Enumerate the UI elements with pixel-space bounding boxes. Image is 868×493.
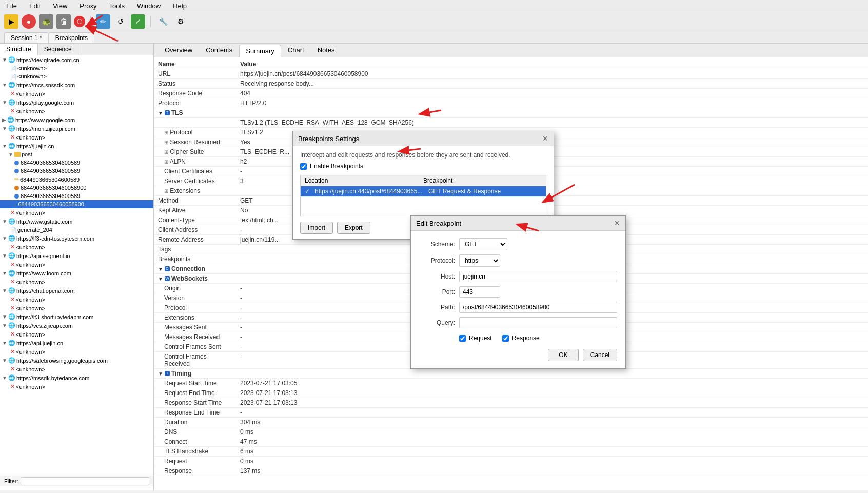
tree-item-gstatic-204[interactable]: 📄 generate_204 [0,226,153,234]
value-remote-address: juejin.cn/119... [236,235,868,245]
tab-notes[interactable]: Notes [311,44,342,57]
row-ws-control-received: Control Frames Received - [154,352,868,369]
tree-item-google-play[interactable]: ▼ 🌐 https://play.google.com [0,98,153,107]
value-request-time: 0 ms [236,457,868,466]
tree-item-api-juejin-c1[interactable]: ✕ <unknown> [0,347,153,356]
tree-item-mssdk-c1[interactable]: ✕ <unknown> [0,382,153,391]
menu-view[interactable]: View [51,1,69,11]
tree-item-snssdk-c1[interactable]: ✕ <unknown> [0,89,153,98]
tree-item-juejin-post-5[interactable]: 6844903665304600589 [0,192,153,200]
row-response-end: Response End Time - [154,408,868,418]
session-tab-1[interactable]: Session 1 * [4,32,49,43]
tree-item-openai[interactable]: ▼ 🌐 https://chat.openai.com [0,286,153,295]
tree-item-www-google[interactable]: ▶ 🌐 https://www.google.com [0,115,153,124]
tree-item-qtrade-c1[interactable]: 📄 <unknown> [0,64,153,72]
value-ws-origin: - [236,284,868,293]
row-client-address: Client Address - [154,225,868,235]
label-tls-blank [154,118,236,128]
tree-item-juejin-post[interactable]: ▼ post [0,150,153,159]
label-ws-extensions: Extensions [154,313,236,323]
menu-window[interactable]: Window [135,1,163,11]
value-ws-extensions: - [236,313,868,323]
repeat-button[interactable]: ↺ [113,14,128,29]
value-request-end: 2023-07-21 17:03:13 [236,388,868,398]
row-response-time: Response 137 ms [154,466,868,476]
header-row: Name Value [154,60,868,69]
tree-item-juejin-post-3[interactable]: ✏ 6844903665304600589 [0,175,153,184]
row-client-certs: Client Certificates - [154,167,868,176]
settings-button[interactable]: ⚙ [173,14,188,29]
row-ws-version: Version - [154,293,868,303]
timing-expand-icon[interactable]: ▼ [158,371,163,377]
tree-item-segment[interactable]: ▼ 🌐 https://api.segment.io [0,251,153,260]
tree-item-loom[interactable]: ▼ 🌐 https://www.loom.com [0,269,153,278]
tree-item-mssdk[interactable]: ▼ 🌐 https://mssdk.bytedance.com [0,373,153,382]
record-button[interactable]: ● [22,14,36,29]
tree-item-safebrowsing[interactable]: ▼ 🌐 https://safebrowsing.googleapis.com [0,356,153,365]
tab-overview[interactable]: Overview [158,44,199,57]
tree-item-vcs-c1[interactable]: ✕ <unknown> [0,330,153,339]
tree-item-api-juejin[interactable]: ▼ 🌐 https://api.juejin.cn [0,339,153,347]
menu-help[interactable]: Help [171,1,189,11]
start-button[interactable]: ▶ [4,14,18,29]
value-kept-alive: No [236,206,868,215]
tree-item-juejin-post-6[interactable]: ↓ 684490366530460058900 [0,200,153,208]
breakpoints-button[interactable]: ⬡ [74,16,85,27]
clear-button[interactable]: 🗑 [56,14,71,29]
col-name-header: Name [154,60,236,69]
tree-item-google-play-c1[interactable]: ✕ <unknown> [0,107,153,115]
ws-section-label: WebSockets [171,275,208,282]
cipher-suite-icon: ⊞ [164,149,168,155]
menu-proxy[interactable]: Proxy [77,1,98,11]
tab-summary[interactable]: Summary [239,45,281,57]
filter-input[interactable] [21,477,150,485]
throttle-button[interactable]: 🐢 [39,14,53,29]
value-response-time: 137 ms [236,466,868,476]
tree-item-bytescm-c1[interactable]: ✕ <unknown> [0,243,153,251]
row-ws-messages-sent: Messages Sent - [154,323,868,332]
tree-item-juejin-post-2[interactable]: 6844903665304600589 [0,167,153,175]
value-ws-control-sent: - [236,342,868,352]
tree-item-gstatic[interactable]: ▼ 🌐 http://www.gstatic.com [0,217,153,226]
session-tab-breakpoints[interactable]: Breakpoints [49,32,94,43]
tree-item-vcs-zijieapi[interactable]: ▼ 🌐 https://vcs.zijieapi.com [0,321,153,330]
validate-button[interactable]: ✓ [131,14,145,29]
tree-item-juejin-unknown[interactable]: ✕ <unknown> [0,208,153,217]
sidebar-tab-sequence[interactable]: Sequence [38,44,78,55]
tab-contents[interactable]: Contents [199,44,239,57]
row-response-code: Response Code 404 [154,89,868,98]
tree-item-openai-c2[interactable]: ✕ <unknown> [0,304,153,312]
label-content-type: Content-Type [154,215,236,225]
tree-item-zijieapi-c1[interactable]: ✕ <unknown> [0,133,153,142]
tls-protocol-icon: ⊞ [164,130,168,135]
row-server-certs: Server Certificates 3 [154,176,868,186]
tab-chart[interactable]: Chart [281,44,311,57]
sidebar-tab-structure[interactable]: Structure [0,44,38,55]
menu-file[interactable]: File [4,1,19,11]
tree-item-snssdk[interactable]: ▼ 🌐 https://mcs.snssdk.com [0,81,153,89]
sidebar-tabs: Structure Sequence [0,44,153,55]
tree-item-juejin-post-1[interactable]: 6844903665304600589 [0,159,153,167]
label-remote-address: Remote Address [154,235,236,245]
tree-item-qtrade-c2[interactable]: 📄 <unknown> [0,72,153,81]
tools-button[interactable]: 🔧 [156,14,170,29]
ws-expand-icon[interactable]: ▼ [158,276,163,282]
tree-item-openai-c1[interactable]: ✕ <unknown> [0,295,153,304]
tree-item-safebrowsing-c1[interactable]: ✕ <unknown> [0,365,153,373]
tree-item-juejin-post-4[interactable]: 684490366530460058900 [0,184,153,192]
value-dns: 0 ms [236,427,868,437]
tree-item-zijieapi[interactable]: ▼ 🌐 https://mon.zijieapi.com [0,124,153,133]
tree-item-ibytedapm[interactable]: ▼ 🌐 https://lf3-short.ibytedapm.com [0,312,153,321]
tree-item-loom-c1[interactable]: ✕ <unknown> [0,278,153,286]
tree-item-segment-c1[interactable]: ✕ <unknown> [0,260,153,269]
compose-button[interactable]: ✏ [96,14,110,29]
tree-item-bytescm[interactable]: ▼ 🌐 https://lf3-cdn-tos.bytescm.com [0,234,153,243]
menu-tools[interactable]: Tools [107,1,127,11]
tree-item-qtrade[interactable]: ▼ 🌐 https://dev.qtrade.com.cn [0,55,153,64]
menu-edit[interactable]: Edit [27,1,43,11]
connection-expand-icon[interactable]: ▼ [158,266,163,272]
value-tls-full: TLSv1.2 (TLS_ECDHE_RSA_WITH_AES_128_GCM_… [236,118,868,128]
value-ws-messages-sent: - [236,323,868,332]
tls-expand-icon[interactable]: ▼ [158,110,163,116]
tree-item-juejin[interactable]: ▼ 🌐 https://juejin.cn [0,142,153,150]
